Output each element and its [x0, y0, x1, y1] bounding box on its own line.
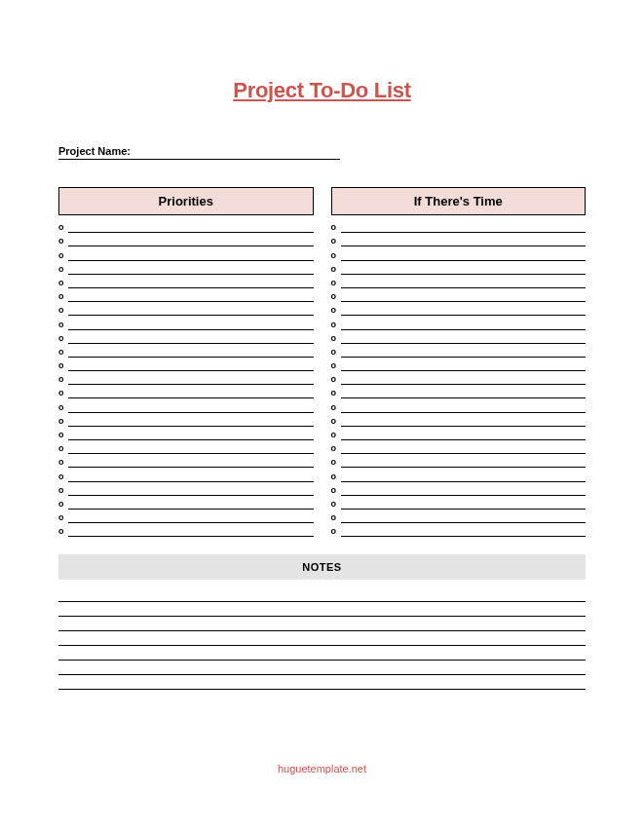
if-time-row[interactable]: o: [331, 233, 587, 246]
priorities-row[interactable]: o: [58, 413, 314, 427]
if-time-line[interactable]: [341, 440, 587, 454]
if-time-row[interactable]: o: [331, 496, 587, 510]
priorities-line[interactable]: [68, 468, 314, 481]
priorities-row[interactable]: o: [58, 523, 314, 537]
if-time-row[interactable]: o: [331, 358, 587, 371]
if-time-row[interactable]: o: [331, 482, 587, 496]
if-time-line[interactable]: [341, 302, 587, 316]
priorities-line[interactable]: [68, 261, 314, 275]
priorities-line[interactable]: [68, 427, 314, 440]
if-time-line[interactable]: [341, 482, 587, 496]
if-time-line[interactable]: [341, 385, 587, 398]
if-time-line[interactable]: [341, 261, 587, 275]
priorities-line[interactable]: [68, 440, 314, 454]
priorities-row[interactable]: o: [58, 233, 314, 246]
if-time-line[interactable]: [341, 275, 587, 288]
if-time-line[interactable]: [341, 523, 587, 537]
if-time-row[interactable]: o: [331, 413, 587, 427]
priorities-line[interactable]: [68, 344, 314, 358]
priorities-row[interactable]: o: [58, 275, 314, 288]
notes-line[interactable]: [58, 587, 586, 602]
priorities-row[interactable]: o: [58, 358, 314, 371]
if-time-row[interactable]: o: [331, 371, 587, 385]
if-time-line[interactable]: [341, 344, 587, 358]
priorities-line[interactable]: [68, 302, 314, 316]
priorities-row[interactable]: o: [58, 302, 314, 316]
if-time-line[interactable]: [341, 288, 587, 302]
priorities-line[interactable]: [68, 385, 314, 398]
if-time-row[interactable]: o: [331, 330, 587, 344]
if-time-row[interactable]: o: [331, 261, 587, 275]
priorities-line[interactable]: [68, 288, 314, 302]
if-time-line[interactable]: [341, 398, 587, 412]
priorities-row[interactable]: o: [58, 427, 314, 440]
priorities-line[interactable]: [68, 275, 314, 288]
notes-line[interactable]: [58, 661, 586, 675]
notes-line[interactable]: [58, 617, 586, 631]
priorities-row[interactable]: o: [58, 330, 314, 344]
priorities-line[interactable]: [68, 371, 314, 385]
priorities-line[interactable]: [68, 246, 314, 260]
priorities-row[interactable]: o: [58, 398, 314, 412]
priorities-row[interactable]: o: [58, 344, 314, 358]
notes-line[interactable]: [58, 602, 586, 617]
notes-line[interactable]: [58, 675, 586, 690]
if-time-row[interactable]: o: [331, 385, 587, 398]
if-time-line[interactable]: [341, 371, 587, 385]
notes-line[interactable]: [58, 631, 586, 646]
if-time-row[interactable]: o: [331, 219, 587, 233]
priorities-line[interactable]: [68, 330, 314, 344]
if-time-row[interactable]: o: [331, 427, 587, 440]
priorities-line[interactable]: [68, 413, 314, 427]
priorities-row[interactable]: o: [58, 219, 314, 233]
priorities-row[interactable]: o: [58, 385, 314, 398]
priorities-line[interactable]: [68, 398, 314, 412]
priorities-row[interactable]: o: [58, 316, 314, 329]
priorities-row[interactable]: o: [58, 288, 314, 302]
priorities-line[interactable]: [68, 482, 314, 496]
priorities-line[interactable]: [68, 358, 314, 371]
if-time-line[interactable]: [341, 330, 587, 344]
if-time-row[interactable]: o: [331, 302, 587, 316]
if-time-line[interactable]: [341, 233, 587, 246]
if-time-row[interactable]: o: [331, 454, 587, 468]
priorities-row[interactable]: o: [58, 261, 314, 275]
if-time-line[interactable]: [341, 496, 587, 510]
if-time-line[interactable]: [341, 316, 587, 329]
project-name-field[interactable]: Project Name:: [58, 144, 586, 160]
priorities-line[interactable]: [68, 219, 314, 233]
priorities-line[interactable]: [68, 316, 314, 329]
priorities-row[interactable]: o: [58, 468, 314, 481]
if-time-line[interactable]: [341, 427, 587, 440]
if-time-line[interactable]: [341, 510, 587, 523]
if-time-row[interactable]: o: [331, 275, 587, 288]
priorities-row[interactable]: o: [58, 496, 314, 510]
if-time-line[interactable]: [341, 413, 587, 427]
priorities-row[interactable]: o: [58, 371, 314, 385]
if-time-row[interactable]: o: [331, 288, 587, 302]
if-time-line[interactable]: [341, 246, 587, 260]
if-time-line[interactable]: [341, 219, 587, 233]
if-time-line[interactable]: [341, 454, 587, 468]
priorities-row[interactable]: o: [58, 440, 314, 454]
if-time-line[interactable]: [341, 358, 587, 371]
priorities-row[interactable]: o: [58, 482, 314, 496]
priorities-row[interactable]: o: [58, 454, 314, 468]
if-time-row[interactable]: o: [331, 344, 587, 358]
if-time-row[interactable]: o: [331, 440, 587, 454]
priorities-line[interactable]: [68, 496, 314, 510]
if-time-row[interactable]: o: [331, 468, 587, 481]
if-time-line[interactable]: [341, 468, 587, 481]
if-time-row[interactable]: o: [331, 398, 587, 412]
if-time-row[interactable]: o: [331, 523, 587, 537]
priorities-line[interactable]: [68, 510, 314, 523]
priorities-line[interactable]: [68, 454, 314, 468]
notes-line[interactable]: [58, 646, 586, 661]
priorities-line[interactable]: [68, 523, 314, 537]
priorities-line[interactable]: [68, 233, 314, 246]
if-time-row[interactable]: o: [331, 316, 587, 329]
priorities-row[interactable]: o: [58, 246, 314, 260]
if-time-row[interactable]: o: [331, 246, 587, 260]
project-name-input-line[interactable]: [131, 144, 340, 160]
if-time-row[interactable]: o: [331, 510, 587, 523]
